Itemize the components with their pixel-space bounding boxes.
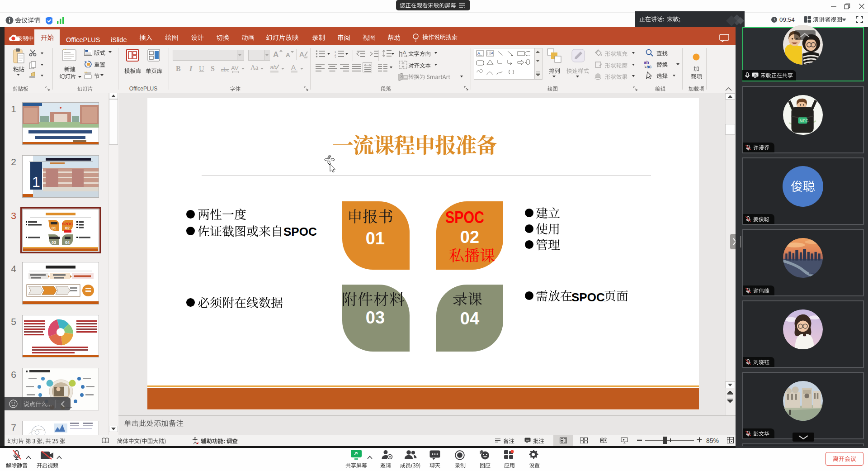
- svg-text:ab: ab: [270, 64, 276, 71]
- svg-text:AV: AV: [231, 65, 239, 71]
- svg-text:A: A: [491, 51, 494, 55]
- svg-text:A: A: [291, 63, 296, 71]
- svg-text:NFC: NFC: [800, 118, 809, 123]
- svg-text:ac: ac: [646, 64, 652, 69]
- svg-text:A: A: [299, 50, 304, 58]
- svg-text:3: 3: [335, 56, 336, 58]
- svg-text:A: A: [403, 50, 406, 55]
